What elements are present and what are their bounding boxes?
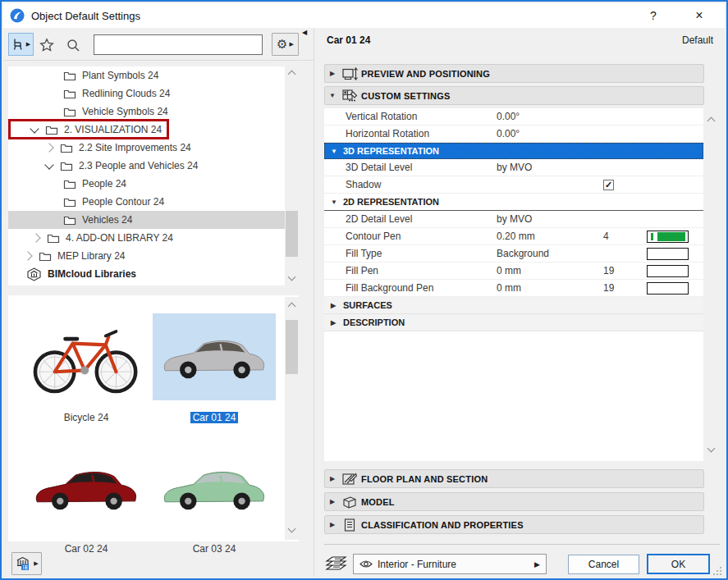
tree-item-bimcloud-libraries[interactable]: BIMcloud Libraries xyxy=(8,265,299,283)
tree-item-label: People Contour 24 xyxy=(82,196,164,208)
search-input[interactable] xyxy=(94,34,263,55)
tree-item-label: 2. VISUALIZATION 24 xyxy=(64,124,162,135)
chevron-down-icon[interactable] xyxy=(44,160,53,169)
setting-row-shadow[interactable]: Shadow ✓ xyxy=(324,176,703,194)
thumbnail-label: Bicycle 24 xyxy=(64,412,109,423)
setting-value[interactable]: 0.00° xyxy=(497,111,603,122)
setting-row-contour-pen[interactable]: Contour Pen 0.20 mm 4 xyxy=(324,228,703,245)
thumbnail-car-01[interactable]: Car 01 24 xyxy=(153,313,276,423)
settings-scrollbar[interactable] xyxy=(704,108,718,461)
pen-number[interactable]: 19 xyxy=(603,282,647,294)
fill-background-pen-swatch[interactable] xyxy=(647,282,689,295)
eye-icon xyxy=(359,559,373,569)
shadow-checkbox[interactable]: ✓ xyxy=(603,180,614,190)
resize-grip[interactable] xyxy=(713,567,721,575)
tree-item-label: Redlining Clouds 24 xyxy=(82,88,170,99)
setting-row-fill-type[interactable]: Fill Type Background xyxy=(324,245,703,263)
group-row-3d-representation[interactable]: ▼ 3D REPRESENTATION xyxy=(324,143,703,159)
object-default-settings-dialog: Object Default Settings ? × ▶ ⚙ ▶ ◀ Plan… xyxy=(0,0,728,580)
favorites-button[interactable] xyxy=(38,36,56,54)
tree-item-redlining-clouds[interactable]: Redlining Clouds 24 xyxy=(8,84,299,103)
section-custom-settings[interactable]: ▼ CUSTOM SETTINGS xyxy=(324,86,704,105)
pen-number[interactable]: 19 xyxy=(603,265,647,276)
thumbnail-bicycle[interactable]: Bicycle 24 xyxy=(25,313,148,423)
setting-row-fill-pen[interactable]: Fill Pen 0 mm 19 xyxy=(324,263,703,280)
tree-item-plant-symbols[interactable]: Plant Symbols 24 xyxy=(8,66,299,84)
setting-label: Contour Pen xyxy=(324,231,497,242)
section-model[interactable]: ▶ MODEL xyxy=(324,492,704,511)
setting-row-3d-detail-level[interactable]: 3D Detail Level by MVO xyxy=(324,159,703,176)
setting-value[interactable]: 0 mm xyxy=(497,265,603,276)
section-label: CUSTOM SETTINGS xyxy=(361,91,451,101)
ok-button[interactable]: OK xyxy=(647,554,710,574)
help-button[interactable]: ? xyxy=(638,3,669,28)
tree-item-site-improvements[interactable]: 2.2 Site Improvements 24 xyxy=(8,139,299,157)
setting-label: Shadow xyxy=(324,179,497,190)
pen-number[interactable]: 4 xyxy=(603,231,647,242)
group-row-surfaces[interactable]: ▶ SURFACES xyxy=(324,297,703,314)
scroll-up-icon[interactable] xyxy=(288,303,296,311)
setting-value[interactable]: 0 mm xyxy=(497,282,603,294)
tree-item-label: Vehicle Symbols 24 xyxy=(82,106,168,117)
chevron-right-icon[interactable] xyxy=(23,251,32,260)
contour-pen-swatch[interactable] xyxy=(647,231,689,243)
model-cube-icon xyxy=(342,496,357,509)
preview-scrollbar[interactable] xyxy=(285,297,299,540)
tree-item-visualization[interactable]: 2. VISUALIZATION 24 xyxy=(8,121,299,139)
classification-list-icon xyxy=(343,518,356,532)
cancel-button[interactable]: Cancel xyxy=(568,555,639,574)
chevron-right-icon[interactable] xyxy=(31,233,40,242)
collapse-panel-icon[interactable]: ◀ xyxy=(302,29,307,36)
scroll-down-icon[interactable] xyxy=(707,445,716,453)
search-button[interactable] xyxy=(64,36,82,54)
bimcloud-settings-button[interactable]: ▶ xyxy=(11,552,42,575)
tree-item-label: 2.3 People and Vehicles 24 xyxy=(79,160,198,171)
gear-icon: ⚙ xyxy=(277,37,287,52)
thumbnail-car-03[interactable]: Car 03 24 xyxy=(153,445,276,555)
tree-item-mep-library[interactable]: MEP Library 24 xyxy=(8,247,299,265)
chevron-down-icon[interactable] xyxy=(30,124,39,133)
close-icon[interactable]: × xyxy=(684,3,715,28)
thumbnail-car-02[interactable]: Car 02 24 xyxy=(25,445,148,555)
setting-row-2d-detail-level[interactable]: 2D Detail Level by MVO xyxy=(324,211,703,228)
group-label: 2D REPRESENTATION xyxy=(343,197,439,207)
setting-value[interactable]: by MVO xyxy=(497,162,603,173)
setting-value[interactable]: Background xyxy=(497,248,603,259)
chevron-right-icon[interactable] xyxy=(44,143,53,152)
tree-item-vehicles[interactable]: Vehicles 24 xyxy=(8,211,299,229)
setting-label: 3D Detail Level xyxy=(324,162,497,173)
section-label: FLOOR PLAN AND SECTION xyxy=(361,474,488,484)
setting-row-vertical-rotation[interactable]: Vertical Rotation 0.00° xyxy=(324,108,703,126)
tree-item-people[interactable]: People 24 xyxy=(8,175,299,193)
triangle-down-icon: ▼ xyxy=(331,148,343,155)
tree-scrollbar[interactable] xyxy=(285,66,299,285)
fill-type-swatch[interactable] xyxy=(647,248,689,260)
scroll-down-icon[interactable] xyxy=(288,525,296,533)
scrollbar-thumb[interactable] xyxy=(286,211,298,257)
tree-item-label: MEP Library 24 xyxy=(57,250,125,262)
setting-label: Vertical Rotation xyxy=(324,111,497,122)
section-classification-and-properties[interactable]: ▶ CLASSIFICATION AND PROPERTIES xyxy=(324,515,704,534)
tree-item-addon-library[interactable]: 4. ADD-ON LIBRARY 24 xyxy=(8,229,299,247)
fill-pen-swatch[interactable] xyxy=(647,265,689,277)
section-floor-plan-and-section[interactable]: ▶ FLOOR PLAN AND SECTION xyxy=(324,469,704,488)
tree-item-people-and-vehicles[interactable]: 2.3 People and Vehicles 24 xyxy=(8,157,299,175)
setting-value[interactable]: by MVO xyxy=(497,213,603,225)
setting-row-horizontal-rotation[interactable]: Horizontal Rotation 0.00° xyxy=(324,126,703,143)
layer-select[interactable]: Interior - Furniture ▶ xyxy=(353,554,547,574)
section-preview-and-positioning[interactable]: ▶ PREVIEW AND POSITIONING xyxy=(324,64,704,83)
scroll-down-icon[interactable] xyxy=(288,273,296,281)
setting-row-fill-background-pen[interactable]: Fill Background Pen 0 mm 19 xyxy=(324,280,703,297)
setting-value[interactable]: 0.00° xyxy=(497,128,603,139)
tree-item-people-contour[interactable]: People Contour 24 xyxy=(8,193,299,211)
layers-icon[interactable] xyxy=(325,555,348,573)
scrollbar-thumb[interactable] xyxy=(286,320,298,374)
scroll-up-icon[interactable] xyxy=(288,71,296,79)
tree-item-vehicle-symbols[interactable]: Vehicle Symbols 24 xyxy=(8,103,299,121)
group-row-description[interactable]: ▶ DESCRIPTION xyxy=(324,314,703,331)
scroll-up-icon[interactable] xyxy=(707,117,716,126)
settings-menu-button[interactable]: ⚙ ▶ xyxy=(272,33,299,56)
setting-value[interactable]: 0.20 mm xyxy=(497,231,603,242)
object-tool-button[interactable]: ▶ xyxy=(8,33,34,56)
group-row-2d-representation[interactable]: ▼ 2D REPRESENTATION xyxy=(324,194,703,211)
